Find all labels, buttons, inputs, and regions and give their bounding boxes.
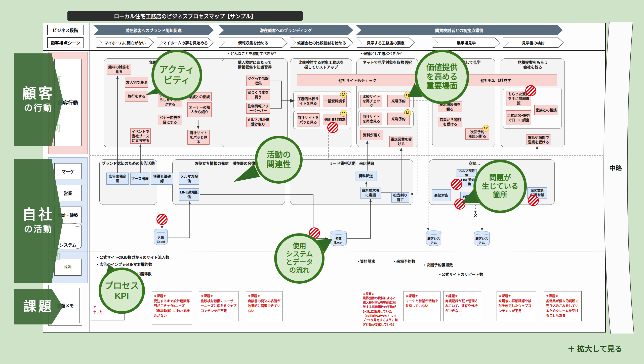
- issue-tag: ★課題★: [406, 293, 438, 299]
- problem-hatch-icon: [156, 214, 168, 225]
- group-title: 購入検討にあたって 情報収集や知識習得: [222, 60, 287, 70]
- issue-note: ★課題★各営業が個人的判断で売り込みこみをしているためクレームを受けることもある: [544, 291, 582, 321]
- action-node: 旅行をする: [125, 91, 148, 102]
- database-roster-excel-2: 名簿 Excel: [330, 232, 347, 246]
- problem-hatch-icon: [454, 198, 465, 210]
- scene-3: 情報収集を始める: [219, 38, 288, 48]
- issue-tag: ★課題★: [445, 293, 479, 299]
- company-lane-title-sub: の活動: [24, 222, 53, 235]
- issue-text: 比較検討段階のユーザーニーズに応えるウェブコンテンツが不足: [201, 299, 236, 313]
- scene-6: 展示場見学: [432, 38, 500, 48]
- scene-1: マイホームに関心がない: [96, 38, 154, 48]
- issue-text: で やした: [93, 305, 103, 314]
- customer-lane-title-sub: の行動: [24, 101, 53, 113]
- activity-node: 商談対応: [432, 189, 451, 201]
- callout-value-scene: 価値提供 を高める 重要場面: [415, 50, 469, 104]
- blocked-x-mark: ✕: [473, 213, 477, 219]
- annotation-choose: ・候補として選ぶべきか？: [360, 51, 404, 56]
- action-node: メルマガLINE受け取り: [246, 117, 270, 127]
- issue-note: ★課題★マーケと営業が活動を共有していない: [404, 291, 440, 321]
- issue-text: 業界団体の資料によると購入検討者が契約前に見学する展示場数の平均が2~3社に激減…: [363, 296, 398, 326]
- action-node: 比較サイトを再チェック: [360, 95, 382, 107]
- issue-text: 受注するまで設計建築部門がこきゃうkニーズ（市場動向）に触れる機会がない: [154, 299, 190, 318]
- action-node: バナー広告を目にする: [158, 115, 182, 125]
- database-customer-system-2: 顧客システム: [474, 233, 490, 246]
- issue-note: ★考察★業界団体の資料によると購入検討者が契約前に見学する展示場数の平均が2~3…: [361, 290, 400, 322]
- stage-branding: 潜在顧客へのブランディング: [218, 25, 353, 35]
- database-customer-system: 顧客システム: [426, 232, 441, 246]
- issue-tag: ★課題★: [546, 293, 580, 299]
- activity-node: 資料請求者に電話: [360, 187, 381, 198]
- action-node: 当社サイトをパッと見る: [187, 130, 210, 145]
- stage-label: 潜在顧客へのブランディング: [260, 27, 312, 33]
- issue-text: 来場後の詳細確認や検討を想定したウェブコンテンツが不足: [499, 299, 531, 313]
- issue-tag: ★課題★: [154, 293, 190, 299]
- issue-note: ★課題★比較検討段階のユーザーニーズに応えるウェブコンテンツが不足: [199, 291, 238, 321]
- action-node: 家族との相談: [534, 105, 558, 115]
- group-title: リード獲得活動 来店誘致: [290, 161, 413, 166]
- kpi-item: • 来場予約数: [394, 258, 415, 264]
- stage-brand-awareness: 潜在顧客へのブランド認知促進: [93, 25, 214, 35]
- issue-text: マーケと営業が活動を共有していない: [406, 299, 438, 308]
- problem-hatch-icon: [451, 179, 462, 190]
- action-node: イベントで当社ブースに立ち寄る: [130, 128, 151, 144]
- stage-first-contact: 購買検討者との初接点獲得: [356, 25, 563, 35]
- issue-note: ★課題★商談前の見込み名簿が効果的に管理できていない: [246, 291, 283, 321]
- issue-tag: ★考察★: [363, 292, 398, 296]
- scene-7: 見学後の検討: [503, 38, 564, 48]
- callout-activity-relation: 活動の 関連性: [255, 136, 303, 184]
- smiley-icon: [404, 109, 411, 116]
- callout-activity: アクティ ビティ: [151, 50, 202, 101]
- scene-4: 候補会社の比較検討を始める: [290, 38, 353, 48]
- group-title: 見積提案をもらう 会社を絞る: [501, 60, 565, 70]
- stage-label: 潜在顧客へのブランド認知促進: [125, 27, 182, 33]
- group-title: 商談…: [469, 161, 480, 166]
- action-node: ググって情報収集: [246, 76, 270, 86]
- customer-company-separator: [90, 155, 606, 156]
- action-node: 住宅情報フリーペーパー: [246, 103, 270, 114]
- stage-label: 購買検討者との初接点獲得: [435, 27, 484, 33]
- action-node: 趣味の雑誌を見る: [107, 64, 131, 75]
- activity-node: メルマガ配信: [179, 173, 199, 185]
- scene-label: 見学後の検討: [522, 40, 545, 45]
- lane-marketing: マーケ: [54, 163, 82, 179]
- smiley-icon: [340, 91, 347, 98]
- company-lane-title-main: 自社: [22, 207, 55, 222]
- issue-tag: ★課題★: [201, 293, 236, 299]
- activity-node: 担当割り当て: [391, 192, 409, 203]
- issue-text: 商談前の見込み名簿が効果的に管理できていない: [248, 299, 280, 313]
- business-stage-label: ビジネス段階: [47, 25, 84, 35]
- issue-text: 商談記録が紙で管理されていて、共有や分析ができない: [445, 299, 478, 313]
- callout-system-dataflow: 使用 システム とデータ の流れ: [274, 233, 325, 284]
- callout-process-kpi: プロセス KPI: [99, 268, 145, 314]
- scene-label: 展示場見学: [457, 40, 476, 45]
- activity-node: 獲得名簿確認: [151, 173, 173, 185]
- problem-hatch-icon: [528, 195, 539, 206]
- kpi-item: • 次回予約獲得数: [424, 262, 453, 267]
- issue-note: ★課題★商談記録が紙で管理されていて、共有や分析ができない: [443, 291, 481, 321]
- system-kpi-separator: [48, 251, 606, 251]
- activity-node: LINE通知配信: [179, 188, 199, 201]
- problem-hatch-icon: [327, 122, 338, 133]
- zoom-in-link[interactable]: ＋ 拡大して見る: [568, 343, 622, 354]
- scene-5: 見学する工務店の選定: [356, 38, 415, 48]
- kpi-item: • 資料請求: [358, 258, 375, 264]
- group-title: ブランド認知のための広告活動: [100, 161, 157, 166]
- activity-node: メルマガ配信: [457, 169, 477, 177]
- issue-tag: ★課題★: [248, 293, 280, 299]
- scene-label: マイホームの夢を見始める: [163, 40, 208, 45]
- issue-note: ★課題★受注するまで設計建築部門がこきゃうkニーズ（市場動向）に触れる機会がない: [152, 291, 192, 324]
- action-node: 家づくり本を買う: [246, 89, 270, 100]
- issue-text: 各営業が個人的判断で売り込みこみをしているためクレームを受けることもある: [546, 299, 579, 318]
- issue-note: ★課題★来場後の詳細確認や検討を想定したウェブコンテンツが不足: [497, 291, 536, 321]
- problem-hatch-icon: [525, 85, 536, 96]
- band-check-other-sites: 他社サイトもチェック: [297, 74, 418, 86]
- kpi-item: • メルマガからのサイト流入数: [118, 254, 169, 260]
- scene-label: マイホームに関心がない: [104, 40, 146, 45]
- smiley-icon: [340, 110, 347, 117]
- annotation-consider: ・どんなことを検討すべきか？: [227, 51, 278, 56]
- touchpoint-label: 顧客接点シーン: [47, 37, 84, 48]
- action-node: 工務店名+評判で口コミ調査: [506, 110, 531, 125]
- omitted-label: 中略: [604, 163, 627, 172]
- page-title: ローカル住宅工務店のビジネスプロセスマップ【サンプル】: [67, 11, 303, 21]
